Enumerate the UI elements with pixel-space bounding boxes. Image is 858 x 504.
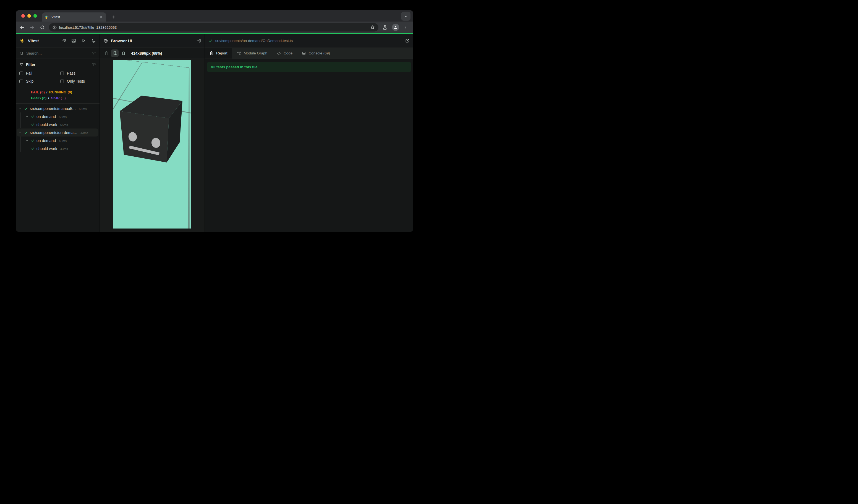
tab-title: Vitest [51, 15, 96, 19]
browser-ui-title: Browser UI [111, 39, 132, 43]
tab-close-icon[interactable] [99, 15, 104, 19]
test-summary: FAIL (0) / RUNNING (0) PASS (2) / SKIP (… [16, 87, 99, 103]
running-count[interactable]: RUNNING (0) [49, 89, 72, 95]
new-tab-button[interactable] [110, 13, 117, 21]
search-input[interactable]: Search... [26, 51, 89, 55]
chevron-down-icon[interactable] [25, 115, 29, 118]
close-window-button[interactable] [21, 14, 25, 18]
window-controls [21, 14, 37, 18]
toolbar-right-icons [382, 24, 408, 31]
globe-icon [104, 38, 108, 43]
funnel-icon [19, 63, 23, 67]
robot-cube [113, 60, 191, 228]
minimize-window-button[interactable] [27, 14, 31, 18]
app-title: Vitest [28, 39, 39, 43]
search-icon [19, 51, 24, 55]
file-pass-check-icon [208, 39, 212, 43]
check-icon [24, 107, 28, 111]
tab-report[interactable]: Report [205, 48, 232, 59]
flask-icon[interactable] [382, 25, 387, 30]
chevron-down-icon[interactable] [25, 139, 29, 142]
external-link-icon[interactable] [405, 38, 410, 43]
tab-search-button[interactable] [401, 12, 411, 21]
filter-option-fail[interactable]: Fail [19, 71, 60, 76]
tab-module-graph[interactable]: Module Graph [232, 48, 272, 59]
reload-icon[interactable] [38, 23, 46, 32]
dashboard-icon[interactable] [71, 38, 76, 43]
chevron-down-icon[interactable] [18, 107, 22, 110]
address-bar[interactable]: localhost:5173/#/?file=1828625563 [49, 23, 378, 32]
checkbox-fail[interactable] [19, 71, 23, 75]
menu-icon[interactable] [403, 25, 408, 30]
pass-count[interactable]: PASS (2) [31, 95, 46, 101]
sidebar: Vitest [16, 34, 100, 232]
search-row: Search... [16, 48, 99, 59]
open-file-path: src/components/on-demand/OnDemand.test.t… [215, 39, 293, 43]
windows-icon[interactable] [61, 38, 66, 43]
tab-code[interactable]: Code [272, 48, 297, 59]
device-toolbar: 414x896px (68%) [100, 48, 205, 59]
bookmark-star-icon[interactable] [370, 25, 375, 30]
tree-row-suite[interactable]: on demand 56ms [17, 112, 98, 120]
browser-ui-panel: Browser UI 414x896px [100, 34, 205, 232]
back-icon[interactable] [18, 23, 26, 32]
filter-option-skip[interactable]: Skip [19, 79, 60, 83]
viewport-size-label[interactable]: 414x896px (68%) [131, 51, 162, 55]
check-icon [31, 123, 34, 127]
preview-area [100, 59, 205, 232]
tree-row-test[interactable]: should work 55ms [17, 120, 98, 129]
module-graph-icon [237, 51, 241, 55]
screen: Vitest [0, 0, 429, 252]
report-header: src/components/on-demand/OnDemand.test.t… [205, 34, 413, 48]
vitest-progress-bar [16, 33, 413, 34]
check-icon [24, 131, 28, 134]
check-icon [31, 115, 34, 118]
vitest-ui: Vitest [16, 34, 413, 232]
check-icon [31, 147, 34, 151]
code-icon [277, 51, 281, 55]
profile-icon[interactable] [392, 24, 399, 31]
device-viewport[interactable] [113, 60, 191, 228]
dock-panel-icon[interactable] [196, 38, 201, 43]
filter-option-pass[interactable]: Pass [60, 71, 96, 76]
all-tests-passed-banner: All tests passed in this file [207, 62, 411, 72]
vitest-favicon [45, 15, 49, 19]
site-info-icon[interactable] [52, 25, 57, 30]
dark-mode-icon[interactable] [91, 38, 96, 43]
tree-row-suite[interactable]: on demand 43ms [17, 136, 98, 145]
tablet-icon[interactable] [120, 49, 127, 57]
filter-title: Filter [26, 63, 89, 67]
tab-console[interactable]: Console (69) [297, 48, 334, 59]
run-all-icon[interactable] [81, 38, 86, 43]
browser-tab[interactable]: Vitest [42, 13, 106, 21]
skip-count[interactable]: SKIP (--) [51, 95, 66, 101]
tree-row-file-selected[interactable]: src/components/on-dema… 43ms [17, 129, 98, 136]
browser-window: Vitest [16, 10, 413, 232]
clipboard-icon [209, 51, 214, 55]
url-text[interactable]: localhost:5173/#/?file=1828625563 [59, 26, 368, 30]
sidebar-header: Vitest [16, 34, 99, 48]
filter-option-only-tests[interactable]: Only Tests [60, 79, 96, 83]
tree-row-test[interactable]: should work 43ms [17, 145, 98, 152]
report-content: All tests passed in this file [205, 59, 413, 232]
filter-clear-icon[interactable] [92, 63, 96, 67]
chevron-down-icon[interactable] [18, 131, 22, 134]
filter-section: Filter Fail Pass [16, 59, 99, 87]
report-tabs: Report Module Graph Code [205, 48, 413, 59]
checkbox-skip[interactable] [19, 80, 23, 83]
forward-icon[interactable] [28, 23, 36, 32]
report-panel: src/components/on-demand/OnDemand.test.t… [205, 34, 413, 232]
tree-row-file[interactable]: src/components/manual/… 56ms [17, 104, 98, 112]
zoom-window-button[interactable] [33, 14, 37, 18]
phone-narrow-icon[interactable] [102, 49, 110, 57]
test-tree: src/components/manual/… 56ms on demand 5… [16, 103, 99, 232]
console-icon [302, 51, 306, 55]
browser-ui-header: Browser UI [100, 34, 205, 48]
fail-count[interactable]: FAIL (0) [31, 89, 45, 95]
vitest-logo-icon [19, 38, 25, 44]
checkbox-pass[interactable] [60, 71, 64, 75]
phone-add-icon[interactable] [111, 49, 118, 57]
filter-x-icon[interactable] [92, 51, 96, 55]
checkbox-only-tests[interactable] [60, 80, 64, 83]
browser-toolbar: localhost:5173/#/?file=1828625563 [16, 21, 413, 33]
